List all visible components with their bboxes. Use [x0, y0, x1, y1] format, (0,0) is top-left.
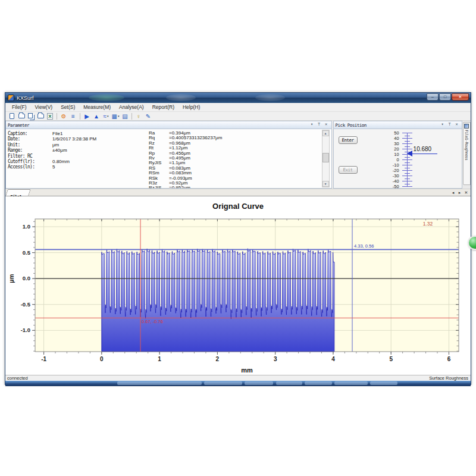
- ruler-tick: [405, 168, 410, 168]
- title-bar[interactable]: KXSurf – □ ✕: [5, 93, 471, 103]
- ruler-tick-label: -10: [381, 162, 399, 168]
- ruler-tick-label: 0: [381, 157, 399, 162]
- scrollbar-thumb[interactable]: [322, 153, 329, 162]
- parameter-scrollbar[interactable]: ▲ ▼: [322, 130, 330, 187]
- parameter-list-icon[interactable]: ≡: [69, 112, 77, 120]
- export-excel-icon[interactable]: X: [46, 112, 54, 120]
- dropdown-arrow-icon[interactable]: ▾: [118, 112, 120, 120]
- dropdown-arrow-icon[interactable]: ▾: [107, 112, 109, 120]
- titlebar-reflection: [89, 94, 124, 101]
- toolbar-separator: [131, 113, 132, 120]
- panel-dropdown-icon[interactable]: ▾: [439, 122, 446, 128]
- maximize-button[interactable]: □: [439, 93, 451, 101]
- parameter-field-row: Cutoff(lr):0.80mm: [6, 159, 149, 164]
- panel-pin-icon[interactable]: ⊤: [446, 122, 453, 128]
- tab-next-icon[interactable]: ▸: [456, 190, 463, 196]
- document-tab-bar: File1 ◂ ▸ ✕: [5, 189, 471, 196]
- result-row-Rq: Rq=0.400573313236237μm: [149, 135, 298, 140]
- svg-text:0.0: 0.0: [23, 275, 30, 281]
- tab-close-icon[interactable]: ✕: [463, 190, 469, 196]
- probe-position-icon[interactable]: ♀: [134, 112, 143, 120]
- titlebar-reflection: [255, 94, 285, 101]
- roughness-profile-chart[interactable]: 4.33, 0.560.67, -0.761.32-101234561.00.5…: [5, 212, 471, 375]
- ruler-tick-label: -40: [381, 178, 399, 184]
- save-file-icon[interactable]: [36, 112, 45, 120]
- svg-text:4: 4: [331, 356, 335, 362]
- curve-menu-icon[interactable]: ≈▾: [102, 112, 110, 120]
- pick-position-panel: Pick Position ▾ ⊤ ✕ Enter Exit -50-40-30…: [333, 121, 462, 189]
- ruler-tick-label: 10: [381, 152, 399, 157]
- pick-position-ruler[interactable]: -50-40-30-20-100102030405010.680: [334, 129, 462, 188]
- pick-position-header[interactable]: Pick Position ▾ ⊤ ✕: [334, 121, 462, 129]
- menu-item-analyse[interactable]: Analyse(A): [115, 104, 148, 111]
- result-row-RSm: RSm=0.083mm: [149, 170, 298, 175]
- ruler-tick: [405, 184, 410, 184]
- svg-text:4.33, 0.56: 4.33, 0.56: [354, 243, 374, 249]
- svg-text:-1: -1: [41, 356, 46, 362]
- scroll-up-icon[interactable]: ▲: [322, 130, 329, 136]
- ruler-tick-label: 40: [381, 136, 399, 141]
- panel-close-icon[interactable]: ✕: [453, 122, 460, 128]
- close-button[interactable]: ✕: [452, 93, 469, 101]
- pointer-value-label: 10.680: [414, 146, 432, 152]
- parameter-results: Ra=0.394μmRq=0.400573313236237μmRz=0.968…: [149, 130, 298, 188]
- parameter-field-row: Filter: RC: [6, 154, 149, 159]
- settings-gear-icon[interactable]: ⚙: [60, 112, 68, 120]
- parameter-panel-header[interactable]: Parameter ▾ ⊤ ✕: [6, 121, 331, 129]
- ruler-tick: [402, 133, 412, 133]
- result-row-RyJIS: RyJIS=1.1μm: [149, 160, 298, 165]
- ruler-tick: [402, 186, 412, 187]
- ruler-tick-label: 20: [381, 146, 399, 152]
- grid-menu-icon[interactable]: ▦▾: [111, 112, 120, 120]
- svg-text:1: 1: [158, 356, 161, 362]
- svg-text:1.0: 1.0: [23, 223, 30, 230]
- side-tab-label: File1-Roughness: [464, 130, 469, 160]
- menu-item-view[interactable]: View(V): [31, 104, 57, 111]
- ruler-tick: [405, 141, 410, 142]
- minimize-button[interactable]: –: [427, 93, 439, 101]
- ruler-pointer-arrow-icon[interactable]: [407, 151, 412, 156]
- calibrate-pen-icon[interactable]: ✎: [144, 112, 152, 120]
- panel-close-icon[interactable]: ✕: [323, 122, 330, 128]
- svg-text:-1.0: -1.0: [21, 327, 30, 333]
- start-measure-icon[interactable]: ▶: [83, 112, 91, 120]
- svg-text:mm: mm: [241, 367, 253, 374]
- svg-text:-0.5: -0.5: [21, 301, 31, 308]
- result-row-Rp: Rp=0.456μm: [149, 151, 298, 155]
- menu-item-set[interactable]: Set(S): [57, 104, 79, 111]
- menu-item-help[interactable]: Help(H): [178, 104, 204, 111]
- ruler-tick: [402, 181, 412, 181]
- menu-item-file[interactable]: File(F): [8, 104, 31, 111]
- svg-text:6: 6: [447, 356, 451, 362]
- report-view-icon[interactable]: ▤: [121, 112, 129, 120]
- svg-text:0.5: 0.5: [23, 249, 31, 256]
- scroll-down-icon[interactable]: ▼: [322, 181, 329, 187]
- menu-item-measure[interactable]: Measure(M): [79, 104, 115, 111]
- toolbar-separator: [80, 113, 80, 120]
- ruler-tick: [405, 157, 410, 158]
- app-window: KXSurf – □ ✕ File(F)View(V)Set(S)Measure…: [5, 92, 471, 385]
- parameter-field-row: Caption:File1: [6, 131, 149, 136]
- side-tab-file1-roughness[interactable]: File1-Roughness: [463, 122, 471, 185]
- chart-title: Orignal Curve: [5, 202, 471, 211]
- panel-pin-icon[interactable]: ⊤: [316, 122, 322, 128]
- side-tab-strip: File1-Roughness: [462, 121, 471, 189]
- parameter-field-row: Date:1/6/2017 3:28:38 PM: [6, 136, 149, 142]
- tab-prev-icon[interactable]: ◂: [450, 190, 456, 196]
- parameter-panel-title: Parameter: [8, 123, 308, 128]
- ruler-tick-label: -20: [381, 168, 399, 173]
- svg-text:0: 0: [100, 356, 104, 362]
- panel-dropdown-icon[interactable]: ▾: [309, 122, 315, 128]
- ruler-tick: [402, 149, 412, 149]
- roughness-doc-icon: [464, 124, 469, 129]
- new-file-icon[interactable]: [8, 112, 16, 120]
- tab-file1[interactable]: File1: [5, 189, 30, 196]
- menu-item-report[interactable]: Report(R): [148, 104, 178, 111]
- copy-icon[interactable]: [27, 112, 35, 120]
- lift-probe-icon[interactable]: ▲: [92, 112, 101, 120]
- open-file-icon[interactable]: [17, 112, 26, 120]
- ruler-tick: [402, 176, 412, 176]
- result-row-Ra: Ra=0.394μm: [149, 130, 298, 135]
- status-bar: connected Surface Roughness: [5, 375, 471, 381]
- ruler-tick-label: -30: [381, 173, 399, 178]
